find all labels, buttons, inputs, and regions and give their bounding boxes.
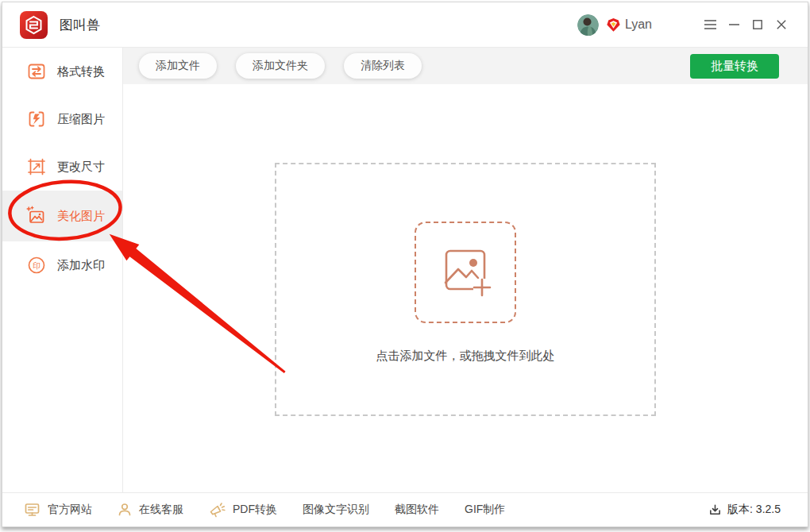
app-window: 图叫兽 Lyan <box>2 2 808 527</box>
dropzone-hint: 点击添加文件，或拖拽文件到此处 <box>276 349 654 364</box>
format-convert-icon <box>26 61 47 82</box>
main-panel: 添加文件 添加文件夹 清除列表 批量转换 <box>123 48 808 492</box>
watermark-icon: 印 <box>26 255 47 276</box>
drop-icon-box <box>415 222 516 323</box>
sidebar-item-resize-image[interactable]: 更改尺寸 <box>2 143 122 191</box>
footer-link-gif-maker[interactable]: GIF制作 <box>465 503 505 517</box>
watermark-glyph: 印 <box>33 261 40 270</box>
window-controls <box>698 13 793 37</box>
file-dropzone[interactable]: 点击添加文件，或拖拽文件到此处 <box>275 163 656 416</box>
content-area: 点击添加文件，或拖拽文件到此处 <box>123 84 808 492</box>
batch-convert-button[interactable]: 批量转换 <box>690 54 779 79</box>
footer-link-screenshot[interactable]: 截图软件 <box>395 503 439 517</box>
footer-link-label: PDF转换 <box>233 503 277 517</box>
version-info[interactable]: 版本: 3.2.5 <box>708 503 781 517</box>
sidebar-item-format-convert[interactable]: 格式转换 <box>2 48 122 95</box>
beautify-image-icon <box>26 206 47 226</box>
download-update-icon <box>708 503 722 517</box>
sidebar-item-add-watermark[interactable]: 印 添加水印 <box>2 241 122 289</box>
sidebar-item-label: 添加水印 <box>57 258 105 273</box>
footer-link-label: GIF制作 <box>465 503 505 517</box>
resize-image-icon <box>26 156 47 177</box>
sidebar-item-label: 美化图片 <box>57 209 105 224</box>
sidebar: 格式转换 压缩图片 <box>2 48 123 492</box>
footer-link-label: 截图软件 <box>395 503 439 517</box>
menu-icon[interactable] <box>698 13 722 37</box>
close-icon[interactable] <box>770 13 793 37</box>
add-file-button[interactable]: 添加文件 <box>139 53 217 79</box>
app-title: 图叫兽 <box>60 16 100 34</box>
minimize-icon[interactable] <box>722 13 746 37</box>
footer-link-label: 在线客服 <box>139 503 183 517</box>
add-image-icon <box>432 239 499 306</box>
sidebar-item-label: 更改尺寸 <box>57 160 105 175</box>
monitor-icon <box>25 503 40 517</box>
footer-link-label: 图像文字识别 <box>303 503 369 517</box>
toolbar: 添加文件 添加文件夹 清除列表 批量转换 <box>123 48 808 84</box>
titlebar: 图叫兽 Lyan <box>2 2 808 48</box>
sidebar-item-compress-image[interactable]: 压缩图片 <box>2 95 122 143</box>
sidebar-item-label: 格式转换 <box>57 64 105 79</box>
sidebar-item-label: 压缩图片 <box>57 112 105 127</box>
maximize-icon[interactable] <box>746 13 770 37</box>
user-name[interactable]: Lyan <box>625 17 652 32</box>
person-icon <box>118 503 132 517</box>
clear-list-button[interactable]: 清除列表 <box>344 53 422 79</box>
compress-image-icon <box>26 109 47 129</box>
footer: 官方网站 在线客服 PDF转换 图像文字识别 截图软件 GIF制作 <box>2 492 808 526</box>
footer-link-online-support[interactable]: 在线客服 <box>118 503 183 517</box>
footer-link-pdf-convert[interactable]: PDF转换 <box>209 502 277 518</box>
add-folder-button[interactable]: 添加文件夹 <box>236 53 325 79</box>
footer-link-official-site[interactable]: 官方网站 <box>25 503 92 517</box>
version-label: 版本: 3.2.5 <box>727 503 781 517</box>
megaphone-icon <box>209 502 226 518</box>
app-logo-icon <box>20 11 48 39</box>
user-avatar[interactable] <box>577 14 599 36</box>
footer-link-label: 官方网站 <box>48 503 92 517</box>
sidebar-item-beautify-image[interactable]: 美化图片 <box>2 191 122 241</box>
titlebar-right: Lyan <box>577 13 793 37</box>
vip-badge-icon <box>606 17 621 33</box>
footer-link-ocr[interactable]: 图像文字识别 <box>303 503 369 517</box>
